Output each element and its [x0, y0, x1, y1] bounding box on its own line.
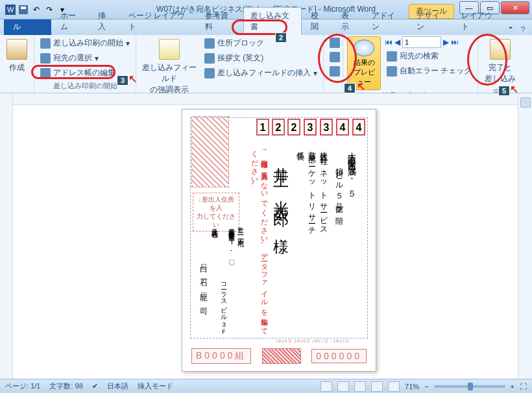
save-icon[interactable] [18, 5, 29, 15]
tab-home[interactable]: ホーム [54, 8, 89, 35]
close-button[interactable]: ✕ [501, 1, 529, 14]
workspace: 1 2 2 3 3 4 4 大阪市中央区西天満３‐５ 錦川ビル５号館２階 株式会… [0, 93, 532, 379]
ribbon-help: ⌃ ? [507, 25, 528, 35]
bottom-right: 000000 [311, 349, 367, 363]
annotation-num-5: 5 [498, 86, 510, 96]
tab-mailings[interactable]: 差し込み文書 [243, 7, 302, 35]
postcode-4: 3 [304, 119, 317, 136]
sender-addr1: 〒二三三‐四五六七 [236, 223, 245, 236]
status-lang[interactable]: 日本語 [107, 381, 128, 391]
match-icon [330, 52, 340, 62]
check-icon [387, 66, 397, 77]
recipient-role: 係長 [295, 145, 306, 149]
edit-list-icon [40, 68, 51, 78]
tab-insert[interactable]: 挿入 [91, 8, 119, 35]
finish-merge-button[interactable]: 完了と 差し込み [482, 36, 518, 87]
zoom-slider[interactable] [434, 385, 505, 388]
rules-button[interactable] [328, 36, 342, 49]
greeting-icon [204, 53, 215, 64]
last-record-button[interactable]: ⏭ [451, 38, 459, 47]
recipient-addr2: 錦川ビル５号館２階 [333, 161, 345, 213]
tiny-text: 1R15日 1R15日 1R17日・1R17日 [208, 339, 350, 345]
next-record-button[interactable]: ▶ [443, 38, 449, 47]
sender-addr2: 千葉県木更津市富見台東〇‐Ⅰ‐〇 [226, 223, 236, 255]
annotation-arrow-4: ↖ [357, 80, 365, 93]
recipient-addr1: 大阪市中央区西天満３‐５ [346, 145, 357, 195]
group-create: 作成 [0, 35, 34, 93]
rules-icon [330, 38, 340, 48]
start-merge-button[interactable]: 差し込み印刷の開始▾ [38, 36, 132, 50]
status-zoom[interactable]: 71% [405, 383, 419, 390]
warning-text: →宛名情報は直接入力しないでください。データファイルを編集してください。 [250, 145, 269, 340]
redo-icon[interactable]: ↷ [44, 5, 54, 15]
right-gutter [518, 93, 532, 379]
vertical-ruler[interactable] [0, 93, 13, 379]
stamp-area [191, 116, 229, 187]
view-print-button[interactable] [320, 381, 332, 392]
record-input[interactable] [402, 36, 441, 48]
status-page[interactable]: ページ: 1/1 [5, 381, 40, 391]
postcode-7: 4 [352, 119, 365, 136]
tab-design[interactable]: デザイン [410, 8, 452, 35]
postcode-5: 3 [320, 119, 333, 136]
match-button[interactable] [328, 51, 342, 64]
bottom-left: B0000組 [191, 348, 251, 364]
find-recipient-button[interactable]: 宛先の検索 [385, 49, 474, 63]
tab-layout[interactable]: レイアウト [455, 8, 505, 35]
group-rules [324, 35, 343, 93]
greeting-line-button[interactable]: 挨拶文 (英文) [202, 51, 319, 65]
svg-text:W: W [7, 6, 14, 14]
auto-check-button[interactable]: 自動エラー チェック [385, 64, 474, 78]
tab-addin[interactable]: アドイン [365, 8, 407, 35]
document-area[interactable]: 1 2 2 3 3 4 4 大阪市中央区西天満３‐５ 錦川ビル５号館２階 株式会… [13, 93, 518, 379]
view-web-button[interactable] [354, 381, 366, 392]
postcode-2: 2 [272, 119, 285, 136]
recipient-name: 井上□光太郎□様 [271, 155, 291, 232]
select-recipients-button[interactable]: 宛先の選択▾ [38, 51, 132, 65]
recipient-company2: 営業部マーケットリサーチ [306, 145, 317, 232]
first-record-button[interactable]: ⏮ [385, 38, 393, 47]
help-icon[interactable]: ? [518, 25, 528, 35]
annotation-arrow-5: ↖ [510, 83, 518, 95]
tab-review[interactable]: 校閲 [304, 8, 332, 35]
svg-rect-3 [21, 6, 26, 9]
address-block-button[interactable]: 住所ブロック [202, 36, 319, 50]
minimize-ribbon-icon[interactable]: ⌃ [507, 25, 514, 34]
zoom-out-button[interactable]: − [424, 383, 428, 390]
ribbon: 作成 差し込み印刷の開始▾ 宛先の選択▾ アドレス帳の編集 差し込み印刷の開始 … [0, 35, 532, 93]
highlight-fields-button[interactable]: 差し込みフィールド の強調表示 [140, 36, 199, 98]
status-mode[interactable]: 挿入モード [138, 381, 173, 391]
view-draft-button[interactable] [388, 381, 400, 392]
record-navigator: ⏮ ◀ ▶ ⏭ [385, 36, 474, 48]
ruler-toggle-icon[interactable] [520, 97, 531, 108]
update-button[interactable] [328, 65, 342, 78]
sender-addr3: コーラスビル３Ｆ [219, 278, 228, 332]
page: 1 2 2 3 3 4 4 大阪市中央区西天満３‐５ 錦川ビル５号館２階 株式会… [182, 109, 376, 372]
annotation-num-3: 3 [117, 75, 128, 86]
tab-references[interactable]: 参考資料 [199, 8, 241, 35]
tab-view[interactable]: 表示 [335, 8, 363, 35]
insert-field-button[interactable]: 差し込みフィールドの挿入▾ [202, 66, 319, 80]
prev-record-button[interactable]: ◀ [394, 38, 400, 47]
zoom-in-button[interactable]: + [511, 383, 514, 390]
word-icon: W [5, 5, 16, 15]
zoom-fit-icon[interactable]: ⛶ [520, 383, 527, 390]
postcode-6: 4 [336, 119, 349, 136]
ribbon-tabs: ファイル ホーム 挿入 ページ レイアウト 参考資料 差し込み文書 校閲 表示 … [0, 19, 532, 35]
annotation-num-2: 2 [275, 32, 287, 43]
postcode-boxes: 1 2 2 3 3 4 4 [256, 119, 365, 136]
status-proof-icon[interactable]: ✔ [92, 382, 98, 390]
status-words[interactable]: 文字数: 98 [49, 381, 82, 391]
create-button[interactable]: 作成 [4, 36, 30, 82]
envelope-icon [6, 39, 27, 60]
undo-icon[interactable]: ↶ [31, 5, 42, 15]
recipient-company1: 株式会社□ネットサービス [318, 145, 329, 232]
tab-pagelayout[interactable]: ページ レイアウト [122, 8, 196, 35]
sender-company: 千葉株式会社 [210, 223, 219, 227]
view-read-button[interactable] [337, 381, 349, 392]
magnifier-icon [354, 40, 374, 56]
view-outline-button[interactable] [371, 381, 383, 392]
group-create-label [4, 82, 30, 91]
horizontal-ruler[interactable] [13, 93, 518, 105]
design-mark-icon [262, 348, 301, 364]
